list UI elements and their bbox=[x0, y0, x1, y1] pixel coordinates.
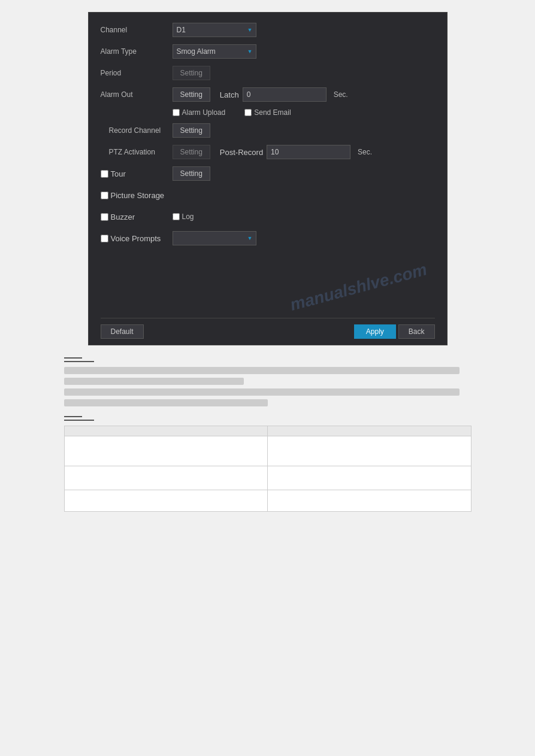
period-row: Period Setting bbox=[101, 65, 435, 81]
divider-section bbox=[64, 357, 471, 362]
record-channel-setting-button[interactable]: Setting bbox=[173, 123, 210, 138]
table-header-col2 bbox=[268, 426, 471, 436]
voice-prompts-select[interactable] bbox=[173, 231, 256, 245]
table-cell-row3-col2 bbox=[268, 490, 471, 512]
back-button[interactable]: Back bbox=[398, 324, 435, 339]
channel-select-wrapper: D1 bbox=[173, 23, 256, 37]
table-cell-row1-col1 bbox=[64, 436, 268, 466]
latch-group: Latch Sec. bbox=[220, 87, 348, 102]
table-row bbox=[64, 490, 471, 512]
apply-button[interactable]: Apply bbox=[354, 324, 396, 339]
picture-storage-row: Picture Storage bbox=[101, 187, 435, 203]
table-cell-row2-col2 bbox=[268, 466, 471, 490]
channel-select[interactable]: D1 bbox=[173, 23, 256, 37]
table-cell-row1-col2 bbox=[268, 436, 471, 466]
divider-line-1 bbox=[64, 357, 82, 359]
picture-storage-checkbox[interactable] bbox=[101, 192, 108, 199]
divider-line-3 bbox=[64, 416, 82, 417]
panel-footer: Default Apply Back bbox=[101, 318, 435, 345]
tour-row: Tour Setting bbox=[101, 166, 435, 181]
tour-checkbox[interactable] bbox=[101, 170, 108, 178]
tour-setting-button[interactable]: Setting bbox=[173, 166, 210, 181]
footer-right: Apply Back bbox=[354, 324, 435, 339]
log-label: Log bbox=[182, 212, 194, 221]
divider-line-2 bbox=[64, 361, 94, 362]
settings-panel: manualshlve.com Channel D1 Alarm Type Sm… bbox=[88, 12, 448, 345]
log-checkbox[interactable] bbox=[173, 213, 180, 220]
alarm-type-select-wrapper: Smog Alarm bbox=[173, 44, 256, 59]
buzzer-label: Buzzer bbox=[111, 212, 135, 221]
latch-label: Latch bbox=[220, 90, 239, 99]
table-cell-row2-col1 bbox=[64, 466, 268, 490]
divider-section-2 bbox=[64, 416, 471, 421]
text-line-1 bbox=[64, 367, 460, 374]
picture-storage-checkbox-group: Picture Storage bbox=[101, 191, 173, 200]
text-line-3 bbox=[64, 388, 460, 396]
tour-label: Tour bbox=[111, 169, 126, 178]
post-record-sec-label: Sec. bbox=[358, 148, 372, 156]
table-header-col1 bbox=[64, 426, 268, 436]
alarm-out-row: Alarm Out Setting Latch Sec. bbox=[101, 87, 435, 102]
ptz-activation-row: PTZ Activation Setting Post-Record Sec. bbox=[101, 144, 435, 160]
alarm-checkboxes-row: Alarm Upload Send Email bbox=[101, 108, 435, 117]
latch-input[interactable] bbox=[243, 87, 327, 102]
table-section bbox=[64, 426, 471, 512]
voice-prompts-row: Voice Prompts bbox=[101, 230, 435, 246]
divider-line-4 bbox=[64, 420, 94, 421]
alarm-upload-wrapper: Alarm Upload bbox=[173, 108, 226, 117]
record-channel-row: Record Channel Setting bbox=[101, 123, 435, 138]
alarm-out-label: Alarm Out bbox=[101, 90, 173, 99]
send-email-label: Send Email bbox=[254, 108, 291, 117]
picture-storage-label: Picture Storage bbox=[111, 191, 165, 200]
log-wrapper: Log bbox=[173, 212, 194, 221]
alarm-type-select[interactable]: Smog Alarm bbox=[173, 44, 256, 59]
send-email-wrapper: Send Email bbox=[244, 108, 291, 117]
buzzer-row: Buzzer Log bbox=[101, 209, 435, 224]
ptz-activation-label: PTZ Activation bbox=[101, 148, 173, 156]
tour-checkbox-group: Tour bbox=[101, 169, 173, 178]
info-table bbox=[64, 426, 471, 512]
spacer bbox=[101, 252, 435, 312]
default-button[interactable]: Default bbox=[101, 324, 144, 339]
period-setting-button[interactable]: Setting bbox=[173, 66, 210, 80]
post-record-label: Post-Record bbox=[220, 148, 263, 157]
voice-prompts-select-wrapper bbox=[173, 231, 256, 245]
alarm-out-setting-button[interactable]: Setting bbox=[173, 87, 210, 102]
text-line-4 bbox=[64, 399, 268, 406]
page-container: manualshlve.com Channel D1 Alarm Type Sm… bbox=[0, 0, 535, 756]
ptz-activation-setting-button[interactable]: Setting bbox=[173, 145, 210, 159]
table-row bbox=[64, 466, 471, 490]
channel-row: Channel D1 bbox=[101, 22, 435, 38]
send-email-checkbox[interactable] bbox=[244, 109, 252, 116]
buzzer-checkbox-group: Buzzer bbox=[101, 212, 173, 221]
text-line-2 bbox=[64, 378, 244, 385]
latch-sec-label: Sec. bbox=[334, 90, 348, 99]
alarm-upload-checkbox[interactable] bbox=[173, 109, 180, 116]
record-channel-label: Record Channel bbox=[101, 126, 173, 135]
buzzer-checkbox[interactable] bbox=[101, 213, 108, 221]
alarm-type-row: Alarm Type Smog Alarm bbox=[101, 44, 435, 59]
alarm-upload-label: Alarm Upload bbox=[182, 108, 226, 117]
alarm-type-label: Alarm Type bbox=[101, 47, 173, 56]
text-lines-section bbox=[64, 367, 471, 406]
channel-label: Channel bbox=[101, 26, 173, 34]
table-row bbox=[64, 436, 471, 466]
period-label: Period bbox=[101, 69, 173, 77]
voice-prompts-checkbox-group: Voice Prompts bbox=[101, 234, 173, 243]
post-record-group: Post-Record Sec. bbox=[220, 145, 372, 159]
voice-prompts-checkbox[interactable] bbox=[101, 235, 108, 242]
table-cell-row3-col1 bbox=[64, 490, 268, 512]
post-record-input[interactable] bbox=[267, 145, 350, 159]
voice-prompts-label: Voice Prompts bbox=[111, 234, 161, 243]
